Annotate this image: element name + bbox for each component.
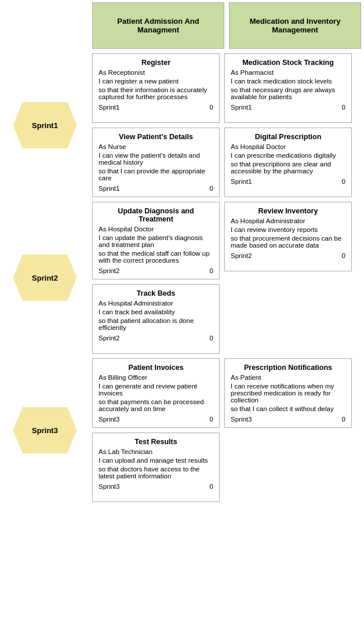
update-diagnosis-points: 0 — [210, 267, 213, 274]
update-diagnosis-sprint: Sprint2 — [99, 267, 119, 274]
update-diagnosis-title: Update Diagnosis andTreatment — [99, 207, 213, 223]
patient-invoices-card: Patient Invoices As Billing Officer I ca… — [92, 358, 220, 428]
review-inventory-sprint: Sprint2 — [231, 252, 252, 259]
view-patient-role: As Nurse — [99, 143, 213, 150]
track-beds-title: Track Beds — [99, 289, 213, 297]
track-beds-card: Track Beds As Hospital Administrator I c… — [92, 284, 220, 354]
prescription-notifications-sprint: Sprint3 — [231, 416, 252, 423]
sprint3-left-cards: Patient Invoices As Billing Officer I ca… — [90, 356, 222, 504]
main-container: Patient Admission AndManagment Medicatio… — [0, 0, 364, 504]
view-patient-sprint: Sprint1 — [99, 185, 119, 192]
test-results-desc2: so that doctors have access to the lates… — [99, 466, 213, 480]
patient-invoices-desc2: so that payments can be processed accura… — [99, 398, 213, 412]
review-inventory-desc2: so that procurement decisions can be mad… — [231, 235, 345, 249]
track-beds-points: 0 — [210, 335, 213, 342]
prescription-notifications-desc1: I can receive notifications when my pres… — [231, 383, 345, 404]
register-points: 0 — [210, 104, 213, 111]
register-desc2: so that their information is accurately … — [99, 86, 213, 100]
patient-invoices-title: Patient Invoices — [99, 364, 213, 372]
medication-stock-desc2: so that necessary drugs are always avail… — [231, 86, 345, 100]
update-diagnosis-desc2: so that the medical staff can follow up … — [99, 250, 213, 264]
update-diagnosis-desc1: I can update the patient's diagnosis and… — [99, 234, 213, 248]
digital-prescription-desc2: so that prescriptions are clear and acce… — [231, 161, 345, 175]
register-desc1: I can register a new patient — [99, 78, 213, 85]
update-diagnosis-role: As Hospital Doctor — [99, 226, 213, 233]
digital-prescription-points: 0 — [342, 178, 345, 185]
register-footer: Sprint1 0 — [99, 104, 213, 111]
view-patient-points: 0 — [210, 185, 213, 192]
view-patient-desc1: I can view the patient's details and med… — [99, 152, 213, 166]
digital-prescription-footer: Sprint1 0 — [231, 178, 345, 185]
medication-stock-title: Medication Stock Tracking — [231, 59, 345, 67]
track-beds-desc1: I can track bed availability — [99, 308, 213, 315]
test-results-desc1: I can upload and manage test results — [99, 457, 213, 464]
register-card: Register As Receptionist I can register … — [92, 53, 220, 123]
test-results-footer: Sprint3 0 — [99, 483, 213, 490]
patient-invoices-footer: Sprint3 0 — [99, 416, 213, 423]
prescription-notifications-footer: Sprint3 0 — [231, 416, 345, 423]
sprint1-hexagon: Sprint1 — [13, 102, 77, 148]
medication-stock-footer: Sprint1 0 — [231, 104, 345, 111]
test-results-points: 0 — [210, 483, 213, 490]
medication-stock-role: As Pharmacist — [231, 69, 345, 76]
sprint1-left-cards: Register As Receptionist I can register … — [90, 51, 222, 199]
digital-prescription-sprint: Sprint1 — [231, 178, 252, 185]
review-inventory-card: Review Inventory As Hospital Administrat… — [224, 202, 352, 271]
digital-prescription-title: Digital Prescription — [231, 133, 345, 141]
prescription-notifications-title: Prescription Notifications — [231, 364, 345, 372]
sprint1-label-col: Sprint1 — [0, 51, 90, 199]
review-inventory-title: Review Inventory — [231, 207, 345, 215]
sprint3-section: Sprint3 Patient Invoices As Billing Offi… — [0, 356, 364, 504]
prescription-notifications-role: As Patient — [231, 374, 345, 381]
sprint3-right-cards: Prescription Notifications As Patient I … — [222, 356, 354, 504]
header-patient-admission: Patient Admission AndManagment — [92, 2, 224, 49]
sprint2-label-col: Sprint2 — [0, 199, 90, 356]
medication-stock-desc1: I can track medication stock levels — [231, 78, 345, 85]
track-beds-footer: Sprint2 0 — [99, 335, 213, 342]
medication-stock-sprint: Sprint1 — [231, 104, 252, 111]
patient-invoices-desc1: I can generate and review patient invoic… — [99, 383, 213, 397]
track-beds-sprint: Sprint2 — [99, 335, 119, 342]
medication-stock-points: 0 — [342, 104, 345, 111]
view-patient-title: View Patient's Details — [99, 133, 213, 141]
digital-prescription-role: As Hospital Doctor — [231, 143, 345, 150]
review-inventory-points: 0 — [342, 252, 345, 259]
review-inventory-role: As Hospital Administrator — [231, 217, 345, 224]
sprint2-right-cards: Review Inventory As Hospital Administrat… — [222, 199, 354, 356]
review-inventory-desc1: I can review inventory reports — [231, 226, 345, 233]
register-sprint: Sprint1 — [99, 104, 119, 111]
update-diagnosis-footer: Sprint2 0 — [99, 267, 213, 274]
digital-prescription-desc1: I can prescribe medications digitally — [231, 152, 345, 159]
prescription-notifications-points: 0 — [342, 416, 345, 423]
sprint2-section: Sprint2 Update Diagnosis andTreatment As… — [0, 199, 364, 356]
medication-stock-card: Medication Stock Tracking As Pharmacist … — [224, 53, 352, 123]
register-title: Register — [99, 59, 213, 67]
track-beds-role: As Hospital Administrator — [99, 300, 213, 307]
test-results-card: Test Results As Lab Technician I can upl… — [92, 433, 220, 502]
digital-prescription-card: Digital Prescription As Hospital Doctor … — [224, 128, 352, 197]
patient-invoices-points: 0 — [210, 416, 213, 423]
header-medication-inventory: Medication and InventoryManagement — [229, 2, 361, 49]
register-role: As Receptionist — [99, 69, 213, 76]
view-patient-footer: Sprint1 0 — [99, 185, 213, 192]
sprint3-label-col: Sprint3 — [0, 356, 90, 504]
prescription-notifications-card: Prescription Notifications As Patient I … — [224, 358, 352, 428]
patient-invoices-role: As Billing Officer — [99, 374, 213, 381]
review-inventory-footer: Sprint2 0 — [231, 252, 345, 259]
sprint2-hexagon: Sprint2 — [13, 255, 77, 301]
test-results-role: As Lab Technician — [99, 448, 213, 455]
test-results-title: Test Results — [99, 438, 213, 446]
prescription-notifications-desc2: so that I can collect it without delay — [231, 405, 345, 412]
update-diagnosis-card: Update Diagnosis andTreatment As Hospita… — [92, 202, 220, 279]
sprint2-left-cards: Update Diagnosis andTreatment As Hospita… — [90, 199, 222, 356]
test-results-sprint: Sprint3 — [99, 483, 119, 490]
sprint3-hexagon: Sprint3 — [13, 407, 77, 453]
sprint1-right-cards: Medication Stock Tracking As Pharmacist … — [222, 51, 354, 199]
header-row: Patient Admission AndManagment Medicatio… — [90, 0, 364, 51]
sprint1-section: Sprint1 Register As Receptionist I can r… — [0, 51, 364, 199]
patient-invoices-sprint: Sprint3 — [99, 416, 119, 423]
view-patient-details-card: View Patient's Details As Nurse I can vi… — [92, 128, 220, 197]
view-patient-desc2: so that I can provide the appropriate ca… — [99, 168, 213, 181]
track-beds-desc2: so that patient allocation is done effic… — [99, 317, 213, 331]
